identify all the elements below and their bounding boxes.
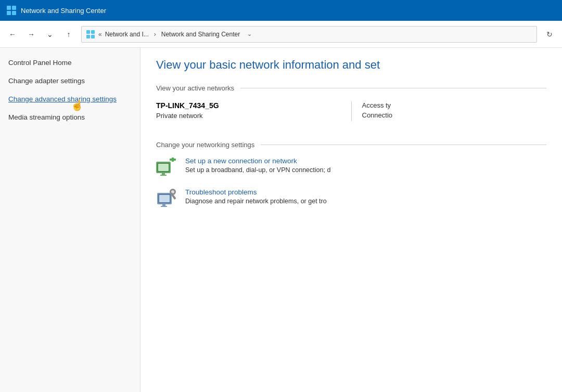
svg-rect-3 <box>12 11 16 15</box>
network-table: TP-LINK_7434_5G Private network Access t… <box>156 96 546 126</box>
back-button[interactable]: ← <box>4 26 21 43</box>
forward-button[interactable]: → <box>23 26 40 43</box>
page-title: View your basic network information and … <box>156 58 546 72</box>
sidebar-item-media-streaming[interactable]: Media streaming options <box>8 113 132 123</box>
svg-rect-0 <box>7 6 11 10</box>
up-button[interactable]: ↑ <box>60 26 77 43</box>
address-prefix: « <box>98 31 102 38</box>
content-area: View your basic network information and … <box>140 48 562 392</box>
network-access: Access ty Connectio <box>352 101 547 121</box>
refresh-button[interactable]: ↻ <box>541 26 558 43</box>
sidebar-item-control-panel-home[interactable]: Control Panel Home <box>8 58 132 68</box>
recent-pages-button[interactable]: ⌄ <box>42 26 58 43</box>
svg-rect-19 <box>161 206 167 207</box>
svg-rect-7 <box>91 35 95 38</box>
svg-rect-5 <box>91 30 95 34</box>
change-settings-section-label: Change your networking settings <box>156 141 546 149</box>
settings-items: Set up a new connection or network Set u… <box>156 157 546 209</box>
new-connection-item: Set up a new connection or network Set u… <box>156 157 546 178</box>
nav-bar: ← → ⌄ ↑ « Network and I... › Network and… <box>0 21 562 48</box>
new-connection-text: Set up a new connection or network Set u… <box>185 157 330 174</box>
sidebar-item-change-adapter-settings[interactable]: Change adapter settings <box>8 76 132 86</box>
troubleshoot-desc: Diagnose and repair network problems, or… <box>185 198 327 205</box>
new-connection-link[interactable]: Set up a new connection or network <box>185 157 330 165</box>
network-info: TP-LINK_7434_5G Private network <box>156 101 352 121</box>
address-separator: › <box>154 31 156 38</box>
active-networks-section-label: View your active networks <box>156 84 546 92</box>
main-area: Control Panel Home Change adapter settin… <box>0 48 562 392</box>
svg-rect-2 <box>7 11 11 15</box>
troubleshoot-icon <box>156 188 177 209</box>
sidebar: Control Panel Home Change adapter settin… <box>0 48 140 392</box>
troubleshoot-item: Troubleshoot problems Diagnose and repai… <box>156 188 546 209</box>
new-connection-desc: Set up a broadband, dial-up, or VPN conn… <box>185 166 330 174</box>
connection-label: Connectio <box>362 111 547 119</box>
access-type-label: Access ty <box>362 101 547 109</box>
svg-rect-4 <box>86 30 90 34</box>
network-type: Private network <box>156 112 341 120</box>
address-dropdown-button[interactable]: ⌄ <box>247 31 252 37</box>
svg-rect-12 <box>160 175 167 176</box>
address-short: Network and I... <box>105 31 149 38</box>
title-bar: Network and Sharing Center <box>0 0 562 21</box>
troubleshoot-link[interactable]: Troubleshoot problems <box>185 188 327 196</box>
address-bar-icon <box>86 30 95 39</box>
svg-rect-17 <box>159 195 170 202</box>
svg-rect-10 <box>158 164 169 171</box>
network-name: TP-LINK_7434_5G <box>156 101 341 110</box>
new-connection-icon <box>156 157 177 178</box>
sidebar-item-change-advanced-sharing[interactable]: Change advanced sharing settings <box>8 95 132 104</box>
address-bar[interactable]: « Network and I... › Network and Sharing… <box>81 26 537 43</box>
svg-rect-1 <box>12 6 16 10</box>
change-advanced-sharing-area: Change advanced sharing settings ☝ <box>8 95 132 104</box>
svg-rect-6 <box>86 35 90 38</box>
window-title: Network and Sharing Center <box>21 7 106 15</box>
address-full: Network and Sharing Center <box>161 31 240 38</box>
troubleshoot-text: Troubleshoot problems Diagnose and repai… <box>185 188 327 205</box>
title-bar-icon <box>6 5 17 16</box>
section-divider-2 <box>261 145 546 145</box>
section-divider-1 <box>240 88 546 88</box>
svg-rect-14 <box>172 158 174 162</box>
